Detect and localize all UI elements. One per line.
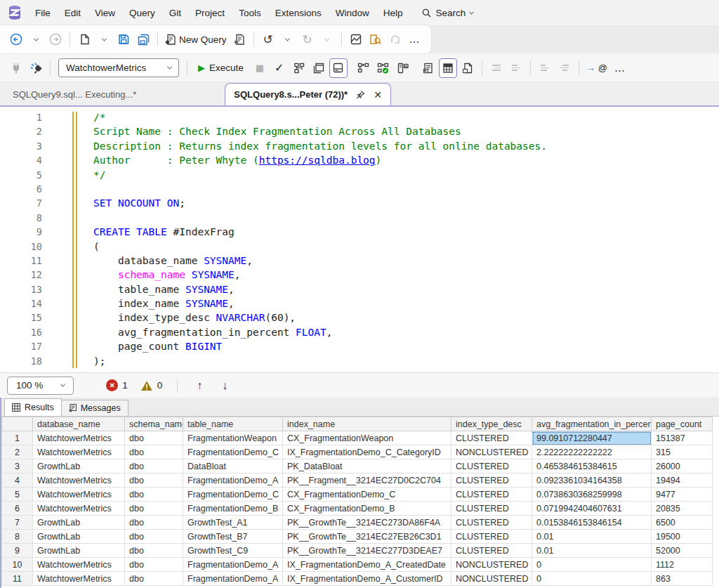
menu-extensions[interactable]: Extensions [268,5,329,21]
column-header-table_name[interactable]: table_name [183,417,283,431]
grid-cell[interactable]: 0.01 [532,530,652,544]
increase-indent-button[interactable] [507,58,525,78]
new-window-button[interactable] [310,58,328,78]
code-line[interactable]: 5*/ [0,168,719,182]
open-query-file-button[interactable] [230,30,249,49]
grid-cell[interactable]: dbo [125,530,183,544]
find-in-objects-button[interactable] [367,30,385,49]
grid-cell[interactable]: FragmentationDemo_A [183,473,283,488]
code-line[interactable]: 6 [0,182,719,196]
grid-cell[interactable]: FragmentationDemo_A [183,572,283,586]
execution-plan-button[interactable] [290,58,308,78]
code-line[interactable]: 13 table_name SYSNAME, [0,282,719,296]
row-number[interactable]: 8 [2,530,33,544]
query-toolbar-overflow-button[interactable]: … [611,58,629,78]
menu-query[interactable]: Query [122,5,162,21]
redo-dropdown[interactable] [318,30,336,49]
grid-cell[interactable]: WatchtowerMetrics [33,488,125,502]
redo-button[interactable]: ↻ [298,30,317,49]
database-selector[interactable]: WatchtowerMetrics [58,58,179,77]
grid-cell[interactable]: NONCLUSTERED [451,445,532,459]
grid-cell[interactable]: WatchtowerMetrics [33,431,125,445]
results-to-text-button[interactable] [419,58,437,78]
estimated-plan-button[interactable] [355,58,373,78]
grid-cell[interactable]: NONCLUSTERED [451,572,532,586]
grid-cell[interactable]: dbo [125,488,183,502]
navigate-forward-button[interactable] [46,30,65,49]
column-header-index_type_desc[interactable]: index_type_desc [451,417,532,431]
tab-sqlquery8[interactable]: SQLQuery8.s...Peter (72))* ✕ [225,83,391,105]
menu-window[interactable]: Window [329,5,376,21]
error-indicator[interactable]: ✕ 1 [106,379,128,391]
grid-cell[interactable]: GrowthTest_A1 [183,516,283,530]
grid-cell[interactable]: PK__GrowthTe__3214EC273DA86F4A [283,516,451,530]
grid-cell[interactable]: 20835 [652,502,713,516]
column-header-schema_name[interactable]: schema_name [125,417,183,431]
grid-cell[interactable]: CLUSTERED [451,431,532,445]
navigate-back-dropdown[interactable] [27,30,45,49]
grid-cell[interactable]: dbo [125,572,183,586]
code-line[interactable]: 15 index_type_desc NVARCHAR(60), [0,311,719,325]
grid-cell[interactable]: CX_FragmentationWeapon [283,431,451,445]
warning-indicator[interactable]: 0 [140,380,163,391]
grid-cell[interactable]: FragmentationDemo_A [183,558,283,572]
parse-button[interactable]: ✓ [270,58,289,78]
results-to-file-button[interactable] [459,58,477,78]
actual-plan-toggle[interactable] [374,58,393,78]
row-number[interactable]: 11 [2,572,33,586]
save-button[interactable] [114,30,133,49]
grid-cell[interactable]: GrowthLab [33,544,125,558]
code-line[interactable]: 2Script Name : Check Index Fragmentation… [0,124,719,138]
row-number[interactable]: 2 [2,445,33,459]
new-file-dropdown[interactable] [95,30,113,49]
code-line[interactable]: 17 page_count BIGINT [0,339,719,353]
grid-cell[interactable]: CLUSTERED [451,502,532,516]
column-header-database_name[interactable]: database_name [33,417,125,431]
grid-cell[interactable]: 52000 [652,544,713,558]
tab-messages[interactable]: Messages [61,400,128,416]
grid-cell[interactable]: WatchtowerMetrics [33,502,125,516]
grid-cell[interactable]: CLUSTERED [451,530,532,544]
row-number[interactable]: 3 [2,459,33,473]
row-number[interactable]: 7 [2,516,33,530]
grid-cell[interactable]: GrowthTest_C9 [183,544,283,558]
row-number[interactable]: 6 [2,502,33,516]
row-number[interactable]: 9 [2,544,33,558]
pin-icon[interactable] [356,90,365,99]
menu-git[interactable]: Git [162,5,188,21]
code-line[interactable]: 8 [0,211,719,225]
next-issue-button[interactable]: ↓ [218,379,232,392]
activity-monitor-button[interactable] [347,30,365,49]
grid-cell[interactable]: CX_FragmentationDemo_C [283,488,451,502]
new-file-button[interactable] [75,30,93,49]
search-control[interactable]: Search [416,5,479,21]
grid-cell[interactable]: GrowthLab [33,516,125,530]
code-line[interactable]: 12 schema_name SYSNAME, [0,268,719,282]
code-line[interactable]: 3Description : Returns index fragmentati… [0,139,719,153]
grid-cell[interactable]: PK_DataBloat [283,459,451,473]
grid-cell[interactable]: CLUSTERED [451,544,532,558]
grid-cell[interactable]: CLUSTERED [451,459,532,473]
grid-cell[interactable]: 26000 [652,459,713,473]
grid-cell[interactable]: CLUSTERED [451,516,532,530]
grid-cell[interactable]: dbo [125,502,183,516]
grid-cell[interactable]: 2.22222222222222 [532,445,652,459]
grid-cell[interactable]: CLUSTERED [451,473,532,488]
grid-cell[interactable]: 315 [652,445,713,459]
grid-cell[interactable]: 0.0923361034164358 [532,473,652,488]
previous-issue-button[interactable]: ↑ [192,379,206,392]
grid-cell[interactable]: 863 [652,572,713,586]
grid-cell[interactable]: 0.0738630368259998 [532,488,652,502]
decrease-indent-button[interactable] [487,58,506,78]
grid-cell[interactable]: IX_FragmentationDemo_A_CreatedDate [283,558,451,572]
grid-cell[interactable]: PK__GrowthTe__3214EC27EB26C3D1 [283,530,451,544]
grid-cell[interactable]: dbo [125,544,183,558]
code-line[interactable]: 11 database_name SYSNAME, [0,254,719,268]
execute-button[interactable]: ▶ Execute [192,58,249,78]
tab-sqlquery9[interactable]: SQLQuery9.sql... Executing...* [1,83,147,105]
menu-file[interactable]: File [28,5,58,21]
code-line[interactable]: 4Author : Peter Whyte (https://sqldba.bl… [0,153,719,167]
grid-cell[interactable]: WatchtowerMetrics [33,558,125,572]
grid-cell[interactable]: dbo [125,459,183,473]
results-to-grid-button[interactable] [439,58,457,78]
